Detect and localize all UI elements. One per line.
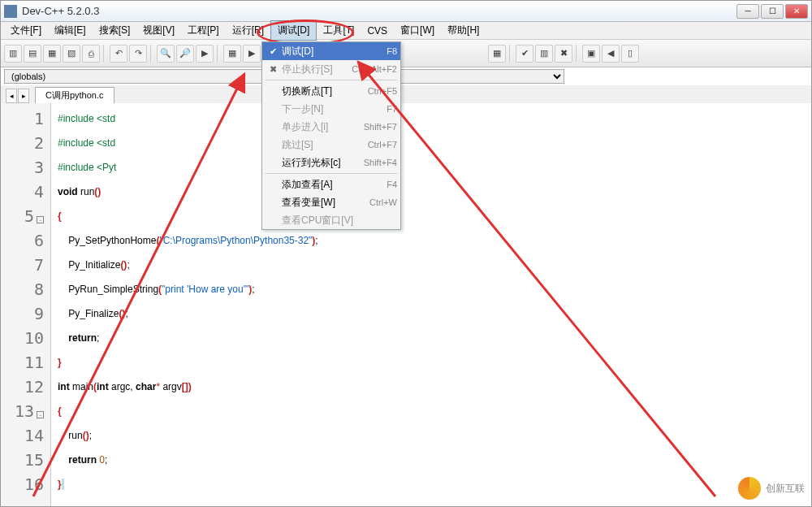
menu-item-下一步: 下一步[N]F7 — [262, 100, 400, 118]
watermark-text: 创新互联 — [766, 482, 805, 496]
menu-item-切换断点[interactable]: 切换断点[T]Ctrl+F5 — [262, 82, 400, 100]
code-line[interactable]: int main(int argc, char* argv[]) — [58, 375, 318, 399]
code-line[interactable]: } — [58, 350, 318, 375]
menu-item-shortcut: F4 — [387, 180, 397, 189]
line-number: 16 — [1, 472, 44, 496]
compile-icon[interactable]: ▦ — [223, 45, 241, 63]
app-icon — [4, 5, 17, 18]
code-line[interactable]: run(); — [58, 423, 318, 448]
menu-separator — [266, 80, 397, 80]
minimize-button[interactable]: ─ — [736, 4, 759, 19]
check-icon[interactable]: ✔ — [516, 45, 533, 63]
separator — [103, 45, 106, 63]
menu-item-停止执行: ✖停止执行[S]Ctrl+Alt+F2 — [262, 60, 400, 78]
line-number: 15 — [1, 448, 44, 472]
menu-item-label: 添加查看[A] — [280, 178, 387, 192]
menu-item-查看变量[interactable]: 查看变量[W]Ctrl+W — [262, 193, 400, 211]
menu-item-shortcut: Shift+F7 — [364, 122, 397, 132]
line-number: 14 — [1, 423, 44, 448]
menu-文件[interactable]: 文件[F] — [4, 21, 48, 40]
line-number: 6 — [1, 228, 44, 253]
menu-item-label: 单步进入[i] — [280, 120, 364, 134]
menu-窗口[interactable]: 窗口[W] — [394, 21, 441, 40]
debug-menu-dropdown: ✔调试[D]F8✖停止执行[S]Ctrl+Alt+F2切换断点[T]Ctrl+F… — [261, 41, 401, 230]
code-line[interactable]: } — [58, 472, 318, 496]
replace-icon[interactable]: 🔎 — [176, 45, 194, 63]
code-line[interactable]: Py_Initialize(); — [58, 253, 318, 277]
find-icon[interactable]: 🔍 — [157, 45, 175, 63]
menu-搜索[interactable]: 搜索[S] — [93, 21, 137, 40]
line-number: 4 — [1, 180, 44, 204]
menu-item-运行到光标[interactable]: 运行到光标[c]Shift+F4 — [262, 154, 400, 171]
goto-icon[interactable]: ▣ — [582, 45, 600, 63]
menu-CVS[interactable]: CVS — [361, 23, 394, 39]
menu-item-label: 调试[D] — [280, 45, 387, 58]
menu-item-label: 跳过[S] — [280, 138, 368, 152]
new-file-icon[interactable]: ▥ — [4, 45, 22, 63]
code-line[interactable]: PyRun_SimpleString("print 'How are you'"… — [58, 277, 318, 301]
code-line[interactable]: return 0; — [58, 448, 318, 472]
code-editor[interactable]: 12345-678910111213-141516 #include <std#… — [1, 103, 811, 507]
code-line[interactable]: Py_Finalize(); — [58, 301, 318, 326]
menu-item-label: 切换断点[T] — [280, 84, 368, 98]
watermark: 创新互联 — [738, 477, 805, 500]
menu-item-label: 查看CPU窗口[V] — [280, 214, 397, 228]
close-button[interactable]: ✕ — [785, 4, 808, 19]
menu-视图[interactable]: 视图[V] — [136, 21, 181, 40]
open-icon[interactable]: ▤ — [24, 45, 41, 63]
menu-item-shortcut: F8 — [387, 46, 397, 56]
code-line[interactable]: return; — [58, 326, 318, 350]
menu-item-shortcut: Ctrl+W — [369, 197, 397, 207]
save-icon[interactable]: ▦ — [43, 45, 61, 63]
line-number: 7 — [1, 253, 44, 277]
window-title: Dev-C++ 5.2.0.3 — [22, 5, 736, 17]
window-tile-icon[interactable]: ▦ — [488, 45, 506, 63]
menu-separator — [266, 173, 397, 174]
undo-icon[interactable]: ↶ — [110, 45, 127, 63]
tab-prev-button[interactable]: ◂ — [6, 89, 17, 103]
back-icon[interactable]: ◀ — [602, 45, 620, 63]
menu-工程[interactable]: 工程[P] — [181, 21, 226, 40]
maximize-button[interactable]: ☐ — [761, 4, 784, 19]
findnext-icon[interactable]: ▶ — [196, 45, 214, 63]
fold-icon[interactable]: - — [37, 216, 44, 223]
toolbar: ▥ ▤ ▦ ▧ ⎙ ↶ ↷ 🔍 🔎 ▶ ▦ ▶ ▣ ↻ ✔ ✖ ▦ ✔ ▥ ✖ … — [1, 40, 811, 67]
stop2-icon[interactable]: ✖ — [555, 45, 572, 63]
menu-item-icon: ✖ — [266, 64, 280, 75]
code-line[interactable]: { — [58, 399, 318, 423]
fold-icon[interactable]: - — [37, 411, 44, 418]
line-number: 1 — [1, 106, 44, 131]
menu-item-跳过: 跳过[S]Ctrl+F7 — [262, 136, 400, 154]
redo-icon[interactable]: ↷ — [129, 45, 147, 63]
menu-item-shortcut: Shift+F4 — [364, 158, 397, 167]
separator — [576, 45, 579, 63]
line-number: 13- — [1, 399, 44, 423]
line-number: 9 — [1, 301, 44, 326]
print-icon[interactable]: ⎙ — [82, 45, 100, 63]
window-controls: ─ ☐ ✕ — [736, 4, 808, 19]
run-icon[interactable]: ▶ — [243, 45, 261, 63]
menu-item-label: 查看变量[W] — [280, 196, 369, 210]
bookmark-icon[interactable]: ▯ — [621, 45, 639, 63]
code-line[interactable]: Py_SetPythonHome("C:\Programs\Python\Pyt… — [58, 228, 318, 253]
scope-selector-row: (globals) — [1, 67, 811, 85]
editor-tab[interactable]: C调用python.c — [35, 87, 114, 103]
menu-item-icon: ✔ — [266, 46, 280, 57]
menu-item-shortcut: Ctrl+F7 — [368, 140, 397, 150]
line-number: 3 — [1, 155, 44, 180]
menu-编辑[interactable]: 编辑[E] — [48, 21, 93, 40]
menu-item-添加查看[interactable]: 添加查看[A]F4 — [262, 176, 400, 193]
menu-item-单步进入: 单步进入[i]Shift+F7 — [262, 118, 400, 136]
save-all-icon[interactable]: ▧ — [63, 45, 80, 63]
stats-icon[interactable]: ▥ — [535, 45, 553, 63]
line-number: 12 — [1, 375, 44, 399]
menu-帮助[interactable]: 帮助[H] — [441, 21, 486, 40]
tab-next-button[interactable]: ▸ — [18, 89, 29, 103]
menu-item-label: 下一步[N] — [280, 102, 387, 116]
menu-item-shortcut: Ctrl+F5 — [368, 86, 397, 96]
menu-item-调试[interactable]: ✔调试[D]F8 — [262, 42, 400, 60]
line-number: 5- — [1, 204, 44, 228]
menu-item-shortcut: F7 — [387, 104, 397, 114]
separator — [150, 45, 153, 63]
separator — [217, 45, 220, 63]
